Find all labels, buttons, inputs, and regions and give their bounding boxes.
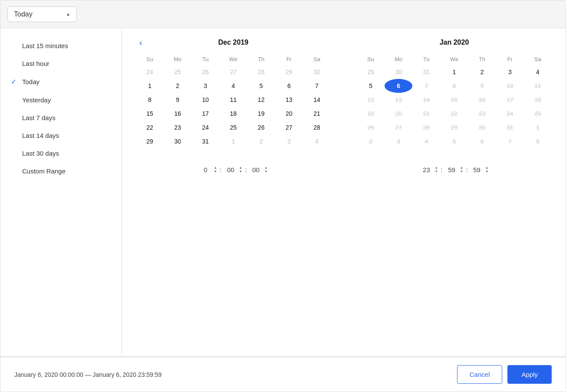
day-cell[interactable]: 3: [496, 65, 524, 79]
sidebar: Last 15 minutesLast hour✓TodayYesterdayL…: [0, 28, 122, 356]
day-cell: 3: [275, 134, 303, 148]
sidebar-item-last-14-days[interactable]: Last 14 days: [0, 127, 122, 144]
day-cell: 8: [440, 79, 468, 93]
day-cell[interactable]: 5: [357, 79, 385, 93]
hour-value-right: 23: [420, 166, 433, 173]
hour-spinner-left[interactable]: ▲▼: [214, 166, 217, 173]
day-cell[interactable]: 25: [219, 121, 247, 134]
weekday-Mo: Mo: [164, 53, 191, 65]
day-cell: 25: [164, 65, 191, 79]
sidebar-item-custom-range[interactable]: Custom Range: [0, 162, 122, 180]
day-cell[interactable]: 18: [219, 107, 247, 121]
day-cell: 2: [247, 134, 275, 148]
day-cell: 10: [496, 79, 524, 93]
day-cell: 6: [468, 134, 496, 148]
day-cell[interactable]: 2: [164, 79, 191, 93]
day-cell[interactable]: 2: [468, 65, 496, 79]
cal-jan-grid: SuMoTuWeThFrSa 2930311234567891011121314…: [357, 53, 552, 148]
second-value-right: 59: [471, 166, 484, 173]
day-cell[interactable]: 29: [136, 134, 164, 148]
week-row-0: 2930311234: [357, 65, 552, 79]
checkmark-today: ✓: [11, 78, 18, 86]
day-cell: 16: [468, 93, 496, 107]
hour-field-left: 0 ▲▼: [199, 166, 217, 173]
day-cell[interactable]: 30: [164, 134, 191, 148]
day-cell[interactable]: 16: [164, 107, 191, 121]
day-cell: 29: [440, 121, 468, 134]
sidebar-item-last-30-days[interactable]: Last 30 days: [0, 144, 122, 162]
day-cell[interactable]: 23: [164, 121, 191, 134]
day-cell: 24: [136, 65, 164, 79]
week-row-5: 2345678: [357, 134, 552, 148]
second-field-right: 59 ▲▼: [471, 166, 489, 173]
day-cell[interactable]: 24: [191, 121, 219, 134]
second-value-left: 00: [250, 166, 263, 173]
week-row-4: 2627282930311: [357, 121, 552, 134]
day-cell[interactable]: 8: [136, 93, 164, 107]
day-cell: 29: [357, 65, 385, 79]
day-cell[interactable]: 19: [247, 107, 275, 121]
day-cell[interactable]: 4: [219, 79, 247, 93]
day-cell[interactable]: 20: [275, 107, 303, 121]
day-cell[interactable]: 1: [440, 65, 468, 79]
day-cell[interactable]: 28: [303, 121, 331, 134]
day-cell[interactable]: 6: [275, 79, 303, 93]
day-cell[interactable]: 17: [191, 107, 219, 121]
day-cell: 30: [385, 65, 412, 79]
sidebar-item-last-15-minutes[interactable]: Last 15 minutes: [0, 37, 122, 55]
week-row-1: 567891011: [357, 79, 552, 93]
day-cell: 4: [412, 134, 440, 148]
sidebar-label-custom-range: Custom Range: [22, 167, 66, 175]
today-dropdown[interactable]: Today ▲: [7, 7, 77, 22]
day-cell[interactable]: 4: [524, 65, 552, 79]
minute-spinner-right[interactable]: ▲▼: [460, 166, 464, 173]
minute-field-left: 00 ▲▼: [224, 166, 243, 173]
colon-1-left: :: [220, 166, 221, 173]
day-cell[interactable]: 14: [303, 93, 331, 107]
day-cell[interactable]: 6: [385, 79, 412, 93]
day-cell[interactable]: 15: [136, 107, 164, 121]
sidebar-item-yesterday[interactable]: Yesterday: [0, 91, 122, 109]
prev-month-button[interactable]: ‹: [136, 36, 146, 49]
day-cell[interactable]: 31: [191, 134, 219, 148]
cancel-button[interactable]: Cancel: [457, 365, 503, 384]
second-spinner-left[interactable]: ▲▼: [264, 166, 268, 173]
minute-spinner-left[interactable]: ▲▼: [239, 166, 243, 173]
day-cell: 1: [219, 134, 247, 148]
sidebar-label-last-hour: Last hour: [22, 60, 49, 67]
day-cell: 31: [412, 65, 440, 79]
day-cell: 1: [524, 121, 552, 134]
day-cell[interactable]: 10: [191, 93, 219, 107]
cal-jan-title: Jan 2020: [440, 39, 469, 46]
day-cell: 31: [496, 121, 524, 134]
day-cell[interactable]: 3: [191, 79, 219, 93]
sidebar-item-last-hour[interactable]: Last hour: [0, 55, 122, 72]
sidebar-item-last-7-days[interactable]: Last 7 days: [0, 109, 122, 127]
day-cell: 25: [524, 107, 552, 121]
dropdown-arrow: ▲: [66, 12, 70, 16]
day-cell: 3: [385, 134, 412, 148]
day-cell[interactable]: 12: [247, 93, 275, 107]
cal-dec-grid: SuMoTuWeThFrSa 2425262728293012345678910…: [136, 53, 331, 148]
second-spinner-right[interactable]: ▲▼: [485, 166, 489, 173]
apply-button[interactable]: Apply: [507, 365, 552, 384]
day-cell[interactable]: 9: [164, 93, 191, 107]
sidebar-label-today: Today: [22, 78, 39, 85]
day-cell: 26: [191, 65, 219, 79]
day-cell[interactable]: 11: [219, 93, 247, 107]
day-cell[interactable]: 5: [247, 79, 275, 93]
hour-spinner-right[interactable]: ▲▼: [434, 166, 438, 173]
week-row-2: 12131415161718: [357, 93, 552, 107]
day-cell[interactable]: 1: [136, 79, 164, 93]
day-cell[interactable]: 27: [275, 121, 303, 134]
day-cell[interactable]: 21: [303, 107, 331, 121]
day-cell[interactable]: 22: [136, 121, 164, 134]
day-cell: 17: [496, 93, 524, 107]
sidebar-item-today[interactable]: ✓Today: [0, 72, 122, 91]
footer: January 6, 2020 00:00:00 — January 6, 20…: [0, 357, 566, 392]
day-cell[interactable]: 26: [247, 121, 275, 134]
day-cell[interactable]: 13: [275, 93, 303, 107]
time-picker-right: 23 ▲▼ : 59 ▲▼ : 59 ▲▼: [357, 159, 552, 173]
day-cell[interactable]: 7: [303, 79, 331, 93]
sidebar-label-yesterday: Yesterday: [22, 96, 51, 104]
